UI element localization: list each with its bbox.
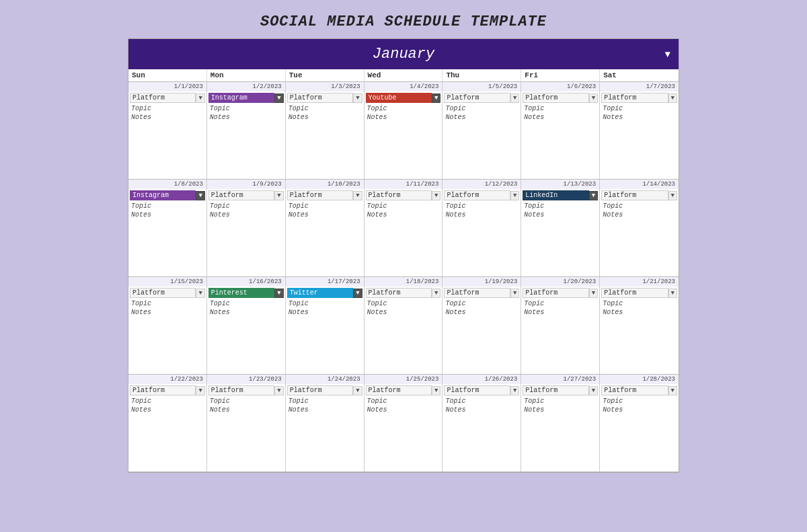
- field-notes[interactable]: Notes: [601, 211, 677, 219]
- field-notes[interactable]: Notes: [523, 113, 598, 122]
- platform-label[interactable]: Platform: [601, 190, 668, 200]
- platform-label[interactable]: Platform: [208, 190, 274, 200]
- field-notes[interactable]: Notes: [208, 308, 284, 317]
- field-topic[interactable]: Topic: [444, 202, 519, 211]
- field-notes[interactable]: Notes: [444, 113, 519, 122]
- platform-select[interactable]: Platform▼: [601, 190, 677, 200]
- platform-dropdown-btn[interactable]: ▼: [589, 93, 598, 103]
- field-notes[interactable]: Notes: [523, 211, 598, 219]
- field-topic[interactable]: Topic: [208, 397, 284, 406]
- field-topic[interactable]: Topic: [366, 397, 441, 406]
- platform-dropdown-btn[interactable]: ▼: [668, 93, 677, 103]
- platform-select[interactable]: Platform▼: [444, 93, 519, 103]
- platform-dropdown-btn[interactable]: ▼: [510, 386, 519, 395]
- field-topic[interactable]: Topic: [208, 104, 284, 113]
- platform-select[interactable]: Platform▼: [523, 288, 598, 298]
- platform-select[interactable]: Youtube▼: [366, 93, 441, 103]
- field-notes[interactable]: Notes: [130, 113, 205, 122]
- platform-label[interactable]: Platform: [444, 385, 510, 395]
- platform-label[interactable]: Platform: [444, 93, 510, 103]
- field-notes[interactable]: Notes: [601, 308, 677, 317]
- platform-label[interactable]: Platform: [208, 385, 274, 395]
- platform-label[interactable]: Platform: [287, 385, 353, 395]
- field-notes[interactable]: Notes: [130, 406, 205, 414]
- platform-select[interactable]: Platform▼: [287, 93, 362, 103]
- platform-label[interactable]: Platform: [523, 385, 588, 395]
- platform-dropdown-btn[interactable]: ▼: [668, 289, 677, 298]
- platform-label[interactable]: Platform: [130, 288, 196, 298]
- platform-select[interactable]: Platform▼: [366, 190, 441, 200]
- platform-select[interactable]: Platform▼: [130, 385, 205, 395]
- platform-dropdown-btn[interactable]: ▼: [432, 386, 440, 395]
- field-notes[interactable]: Notes: [208, 113, 284, 122]
- platform-select[interactable]: Platform▼: [601, 288, 677, 298]
- platform-select[interactable]: Platform▼: [523, 93, 598, 103]
- field-notes[interactable]: Notes: [444, 211, 519, 219]
- field-topic[interactable]: Topic: [444, 397, 519, 406]
- platform-select[interactable]: Platform▼: [287, 385, 362, 395]
- platform-dropdown-btn[interactable]: ▼: [353, 191, 362, 200]
- platform-label[interactable]: Platform: [366, 385, 432, 395]
- field-topic[interactable]: Topic: [444, 299, 519, 308]
- field-topic[interactable]: Topic: [601, 104, 677, 113]
- platform-dropdown-btn[interactable]: ▼: [432, 191, 440, 200]
- field-notes[interactable]: Notes: [287, 406, 362, 414]
- field-topic[interactable]: Topic: [130, 202, 205, 211]
- platform-dropdown-btn[interactable]: ▼: [353, 386, 362, 395]
- platform-label[interactable]: Platform: [366, 190, 432, 200]
- platform-label[interactable]: Platform: [130, 93, 196, 103]
- platform-label[interactable]: LinkedIn: [523, 190, 588, 200]
- month-dropdown-arrow[interactable]: ▼: [665, 49, 670, 60]
- field-topic[interactable]: Topic: [130, 299, 205, 308]
- platform-label[interactable]: Platform: [523, 93, 588, 103]
- field-topic[interactable]: Topic: [601, 397, 677, 406]
- platform-select[interactable]: LinkedIn▼: [523, 190, 598, 200]
- field-notes[interactable]: Notes: [601, 406, 677, 414]
- field-topic[interactable]: Topic: [130, 397, 205, 406]
- field-topic[interactable]: Topic: [523, 299, 598, 308]
- field-notes[interactable]: Notes: [366, 113, 441, 122]
- platform-dropdown-btn[interactable]: ▼: [274, 191, 283, 200]
- field-topic[interactable]: Topic: [287, 104, 362, 113]
- platform-select[interactable]: Platform▼: [366, 288, 441, 298]
- field-notes[interactable]: Notes: [366, 211, 441, 219]
- field-topic[interactable]: Topic: [208, 299, 284, 308]
- platform-label[interactable]: Instagram: [208, 93, 274, 103]
- field-notes[interactable]: Notes: [287, 113, 362, 122]
- platform-dropdown-btn[interactable]: ▼: [589, 191, 598, 200]
- platform-label[interactable]: Youtube: [366, 93, 432, 103]
- platform-select[interactable]: Platform▼: [444, 288, 519, 298]
- field-topic[interactable]: Topic: [366, 299, 441, 308]
- platform-label[interactable]: Platform: [444, 190, 510, 200]
- platform-dropdown-btn[interactable]: ▼: [196, 289, 204, 298]
- field-notes[interactable]: Notes: [287, 308, 362, 317]
- platform-select[interactable]: Platform▼: [523, 385, 598, 395]
- platform-label[interactable]: Platform: [287, 190, 353, 200]
- field-topic[interactable]: Topic: [601, 299, 677, 308]
- field-topic[interactable]: Topic: [208, 202, 284, 211]
- platform-select[interactable]: Instagram▼: [130, 190, 205, 200]
- platform-select[interactable]: Platform▼: [130, 93, 205, 103]
- platform-dropdown-btn[interactable]: ▼: [196, 93, 204, 103]
- platform-dropdown-btn[interactable]: ▼: [274, 386, 283, 395]
- platform-select[interactable]: Twitter▼: [287, 288, 362, 298]
- platform-dropdown-btn[interactable]: ▼: [510, 289, 519, 298]
- field-topic[interactable]: Topic: [444, 104, 519, 113]
- field-notes[interactable]: Notes: [130, 211, 205, 219]
- platform-label[interactable]: Platform: [601, 93, 668, 103]
- field-notes[interactable]: Notes: [366, 406, 441, 414]
- platform-select[interactable]: Platform▼: [444, 385, 519, 395]
- field-notes[interactable]: Notes: [130, 308, 205, 317]
- platform-label[interactable]: Platform: [601, 385, 668, 395]
- platform-label[interactable]: Platform: [444, 288, 510, 298]
- field-notes[interactable]: Notes: [523, 308, 598, 317]
- platform-select[interactable]: Platform▼: [366, 385, 441, 395]
- platform-label[interactable]: Platform: [366, 288, 432, 298]
- platform-dropdown-btn[interactable]: ▼: [668, 386, 677, 395]
- platform-dropdown-btn[interactable]: ▼: [510, 191, 519, 200]
- platform-label[interactable]: Platform: [287, 93, 353, 103]
- platform-dropdown-btn[interactable]: ▼: [668, 191, 677, 200]
- field-notes[interactable]: Notes: [208, 211, 284, 219]
- field-notes[interactable]: Notes: [287, 211, 362, 219]
- platform-dropdown-btn[interactable]: ▼: [196, 386, 204, 395]
